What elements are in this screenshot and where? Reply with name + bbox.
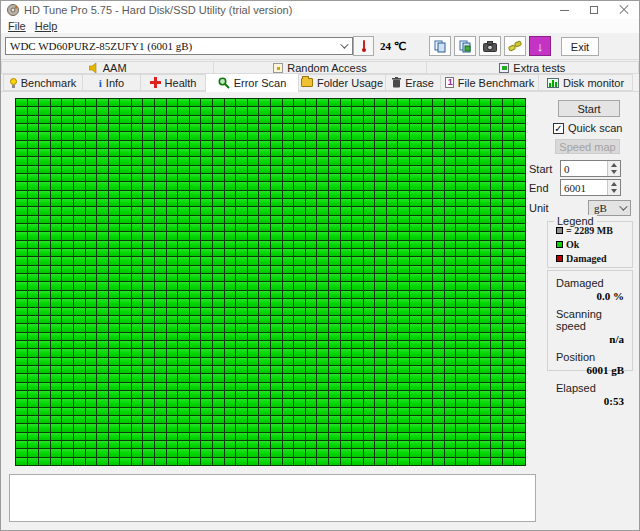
scan-block-ok xyxy=(433,274,444,281)
scan-block-ok xyxy=(132,458,143,465)
scan-block-ok xyxy=(352,374,363,381)
end-position-input[interactable]: 6001 xyxy=(560,179,621,196)
end-position-spinner[interactable] xyxy=(607,180,620,195)
scan-block-ok xyxy=(364,441,375,448)
tab-info[interactable]: i Info xyxy=(83,74,141,91)
scan-block-ok xyxy=(514,191,525,198)
scan-block-ok xyxy=(445,274,456,281)
speed-map-button[interactable]: Speed map xyxy=(555,139,620,154)
scan-block-ok xyxy=(132,374,143,381)
scan-block-ok xyxy=(143,174,154,181)
spin-up-button[interactable] xyxy=(608,180,620,188)
drive-select-dropdown[interactable]: WDC WD60PURZ-85ZUFY1 (6001 gB) xyxy=(5,37,353,55)
scan-block-ok xyxy=(306,182,317,189)
maximize-button[interactable] xyxy=(579,1,609,19)
copy-screenshot-button[interactable] xyxy=(429,36,451,56)
scan-block-ok xyxy=(456,333,467,340)
scan-block-ok xyxy=(468,182,479,189)
save-screenshot-button[interactable] xyxy=(454,36,476,56)
scan-block-ok xyxy=(317,449,328,456)
quick-scan-checkbox[interactable]: ✓ xyxy=(553,123,564,134)
scan-block-ok xyxy=(109,132,120,139)
scan-block-ok xyxy=(468,141,479,148)
scan-block-ok xyxy=(364,274,375,281)
scan-block-ok xyxy=(317,433,328,440)
scan-block-ok xyxy=(39,358,50,365)
scan-block-ok xyxy=(109,441,120,448)
scan-block-ok xyxy=(352,358,363,365)
spin-up-button[interactable] xyxy=(608,161,620,169)
scan-block-ok xyxy=(178,216,189,223)
scan-block-ok xyxy=(306,232,317,239)
scan-block-ok xyxy=(259,374,270,381)
menu-file[interactable]: File xyxy=(8,20,26,32)
scan-block-ok xyxy=(410,449,421,456)
scan-block-ok xyxy=(422,257,433,264)
scan-block-ok xyxy=(398,132,409,139)
scan-block-ok xyxy=(74,99,85,106)
scan-block-ok xyxy=(201,291,212,298)
scan-block-ok xyxy=(329,458,340,465)
temperature-button[interactable] xyxy=(353,36,374,56)
scan-block-ok xyxy=(422,391,433,398)
scan-block-ok xyxy=(306,458,317,465)
scan-block-ok xyxy=(39,308,50,315)
scan-block-ok xyxy=(190,224,201,231)
scan-block-ok xyxy=(283,157,294,164)
exit-button[interactable]: Exit xyxy=(561,37,599,56)
hd-tune-window: HD Tune Pro 5.75 - Hard Disk/SSD Utility… xyxy=(0,0,640,531)
tab-health[interactable]: Health xyxy=(141,74,206,91)
scan-block-ok xyxy=(317,207,328,214)
scan-block-ok xyxy=(283,207,294,214)
start-position-input[interactable]: 0 xyxy=(560,160,621,177)
close-button[interactable] xyxy=(609,1,639,19)
scan-block-ok xyxy=(132,316,143,323)
scan-block-ok xyxy=(283,124,294,131)
tab-benchmark[interactable]: Benchmark xyxy=(3,74,83,91)
scan-block-ok xyxy=(97,141,108,148)
download-button[interactable]: ↓ xyxy=(529,36,551,56)
scan-block-ok xyxy=(375,116,386,123)
scan-block-ok xyxy=(97,182,108,189)
scan-block-ok xyxy=(445,232,456,239)
tab-erase[interactable]: Erase xyxy=(386,74,441,91)
spin-down-button[interactable] xyxy=(608,169,620,177)
scan-block-ok xyxy=(398,149,409,156)
scan-block-ok xyxy=(225,116,236,123)
tab-disk-monitor[interactable]: Disk monitor xyxy=(539,74,633,91)
scan-block-ok xyxy=(456,408,467,415)
scan-block-ok xyxy=(120,266,131,273)
minimize-button[interactable] xyxy=(549,1,579,19)
scan-block-ok xyxy=(109,149,120,156)
tab-folder-usage[interactable]: Folder Usage xyxy=(299,74,386,91)
tab-aam[interactable]: AAM xyxy=(1,61,214,74)
scan-block-ok xyxy=(39,266,50,273)
tab-file-benchmark[interactable]: 1 File Benchmark xyxy=(441,74,539,91)
scan-block-ok xyxy=(329,408,340,415)
scan-block-ok xyxy=(491,449,502,456)
tab-extra-tests[interactable]: Extra tests xyxy=(427,61,639,74)
scan-block-ok xyxy=(456,341,467,348)
scan-block-ok xyxy=(306,99,317,106)
tab-error-scan[interactable]: Error Scan xyxy=(206,73,299,92)
scan-block-ok xyxy=(236,216,247,223)
scan-block-ok xyxy=(480,333,491,340)
scan-block-ok xyxy=(248,424,259,431)
spin-down-button[interactable] xyxy=(608,188,620,196)
screenshot-camera-button[interactable] xyxy=(479,36,501,56)
start-position-spinner[interactable] xyxy=(607,161,620,176)
scan-block-ok xyxy=(317,374,328,381)
scan-block-ok xyxy=(398,416,409,423)
menu-help[interactable]: Help xyxy=(35,20,58,32)
scan-block-ok xyxy=(480,441,491,448)
start-scan-button[interactable]: Start xyxy=(558,100,620,117)
scan-block-ok xyxy=(329,174,340,181)
scan-block-ok xyxy=(341,449,352,456)
scan-block-ok xyxy=(236,282,247,289)
aam-toolbar-button[interactable] xyxy=(504,36,526,56)
unit-dropdown[interactable]: gB xyxy=(588,200,631,216)
start-scan-button-label: Start xyxy=(577,103,600,115)
scan-block-ok xyxy=(375,249,386,256)
scan-block-ok xyxy=(445,424,456,431)
scan-block-ok xyxy=(225,132,236,139)
